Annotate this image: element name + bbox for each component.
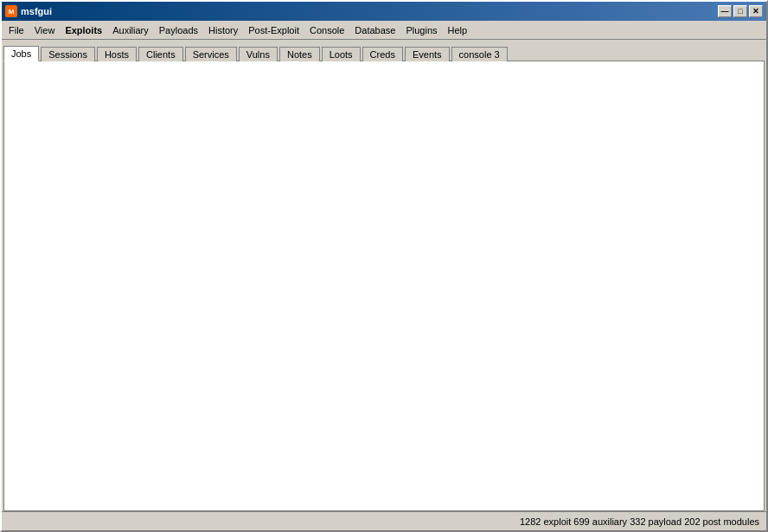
menu-item-file[interactable]: File bbox=[3, 23, 29, 37]
main-window: M msfgui — □ ✕ FileViewExploitsAuxiliary… bbox=[0, 0, 768, 532]
tab-hosts[interactable]: Hosts bbox=[97, 47, 137, 61]
menu-item-database[interactable]: Database bbox=[349, 23, 400, 37]
tabs-bar: JobsSessionsHostsClientsServicesVulnsNot… bbox=[2, 40, 766, 61]
menu-item-post-exploit[interactable]: Post-Exploit bbox=[243, 23, 304, 37]
tab-events[interactable]: Events bbox=[405, 47, 450, 61]
menu-item-history[interactable]: History bbox=[203, 23, 243, 37]
menu-item-view[interactable]: View bbox=[29, 23, 61, 37]
tab-vulns[interactable]: Vulns bbox=[239, 47, 278, 61]
menu-item-console[interactable]: Console bbox=[304, 23, 349, 37]
tab-jobs[interactable]: Jobs bbox=[3, 46, 39, 61]
window-controls: — □ ✕ bbox=[718, 5, 763, 17]
title-bar: M msfgui — □ ✕ bbox=[2, 2, 766, 21]
menu-item-help[interactable]: Help bbox=[443, 23, 473, 37]
tab-creds[interactable]: Creds bbox=[362, 47, 403, 61]
tab-loots[interactable]: Loots bbox=[322, 47, 361, 61]
menu-bar: FileViewExploitsAuxiliaryPayloadsHistory… bbox=[2, 21, 766, 40]
tab-console3[interactable]: console 3 bbox=[451, 47, 508, 61]
tab-clients[interactable]: Clients bbox=[138, 47, 183, 61]
tab-sessions[interactable]: Sessions bbox=[41, 47, 95, 61]
close-button[interactable]: ✕ bbox=[749, 5, 763, 17]
menu-item-auxiliary[interactable]: Auxiliary bbox=[107, 23, 154, 37]
menu-item-plugins[interactable]: Plugins bbox=[400, 23, 442, 37]
title-bar-left: M msfgui bbox=[5, 5, 52, 17]
tab-notes[interactable]: Notes bbox=[279, 47, 320, 61]
minimize-button[interactable]: — bbox=[718, 5, 732, 17]
menu-item-payloads[interactable]: Payloads bbox=[154, 23, 203, 37]
content-area bbox=[3, 61, 765, 511]
app-icon: M bbox=[5, 5, 17, 17]
window-title: msfgui bbox=[21, 6, 52, 16]
status-bar: 1282 exploit 699 auxiliary 332 payload 2… bbox=[2, 511, 766, 530]
menu-item-exploits[interactable]: Exploits bbox=[60, 23, 107, 37]
tab-services[interactable]: Services bbox=[185, 47, 237, 61]
status-text: 1282 exploit 699 auxiliary 332 payload 2… bbox=[520, 516, 759, 527]
restore-button[interactable]: □ bbox=[733, 5, 747, 17]
